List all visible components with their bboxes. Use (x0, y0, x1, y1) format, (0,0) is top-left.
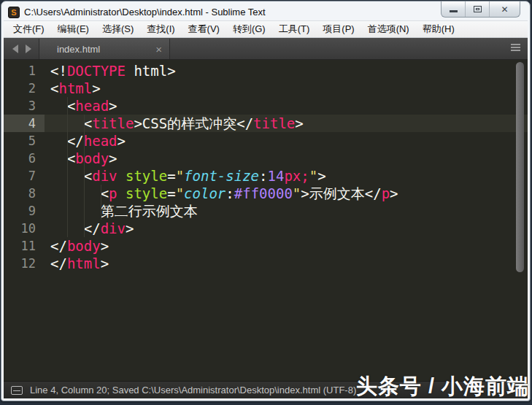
line-number: 10 (4, 220, 45, 237)
menu-item-project[interactable]: 项目(P) (316, 20, 361, 38)
code-line-8[interactable]: 8 <p style="color:#ff0000">示例文本</p> (4, 185, 528, 202)
maximize-icon (474, 6, 482, 12)
app-window: S C:\Users\Administrator\Desktop\index.h… (1, 1, 531, 401)
menu-item-preferences[interactable]: 首选项(N) (361, 20, 416, 38)
line-number: 12 (4, 255, 45, 272)
code-line-11[interactable]: 11</body> (4, 237, 528, 255)
line-number: 2 (4, 80, 45, 97)
menu-item-view[interactable]: 查看(V) (182, 20, 226, 38)
code-text: <head> (45, 97, 117, 115)
menu-item-file[interactable]: 文件(F) (7, 20, 51, 38)
close-icon: ✕ (501, 5, 508, 14)
window-title: C:\Users\Administrator\Desktop\index.htm… (24, 7, 266, 18)
menu-item-tools[interactable]: 工具(T) (272, 20, 317, 38)
code-text: <!DOCTYPE html> (45, 62, 176, 80)
code-text: </body> (45, 237, 109, 255)
code-editor[interactable]: 1<!DOCTYPE html>2<html>3 <head>4 <title>… (4, 60, 528, 381)
code-line-5[interactable]: 5 </head> (4, 132, 528, 150)
menu-item-selection[interactable]: 选择(S) (96, 20, 140, 38)
menu-item-find[interactable]: 查找(I) (140, 20, 181, 38)
code-text: </head> (45, 132, 126, 150)
code-line-2[interactable]: 2<html> (4, 80, 528, 97)
minimize-icon (450, 10, 458, 12)
code-line-6[interactable]: 6 <body> (4, 150, 528, 167)
line-number: 8 (4, 185, 45, 202)
line-number: 7 (4, 167, 45, 185)
maximize-button[interactable] (466, 1, 490, 17)
vertical-scrollbar[interactable] (516, 62, 524, 272)
code-line-12[interactable]: 12</html> (4, 255, 528, 272)
line-number: 4 (4, 115, 45, 132)
status-caret-file-info: Line 4, Column 20; Saved C:\Users\Admini… (30, 385, 356, 396)
code-line-10[interactable]: 10 </div> (4, 220, 528, 237)
code-text: <html> (45, 80, 101, 97)
menu-item-edit[interactable]: 编辑(E) (51, 20, 96, 38)
code-text: </html> (45, 255, 109, 272)
code-text: <body> (45, 150, 117, 167)
menu-bar: 文件(F) 编辑(E) 选择(S) 查找(I) 查看(V) 转到(G) 工具(T… (4, 20, 528, 38)
status-panel-icon[interactable] (11, 386, 23, 395)
tab-nav-right-icon[interactable] (26, 45, 31, 53)
code-line-4[interactable]: 4 <title>CSS的样式冲突</title> (4, 115, 528, 132)
indent-guide (67, 97, 68, 237)
line-number: 9 (4, 202, 45, 220)
watermark-text: 头条号 / 小海前端 (356, 372, 529, 401)
indent-guide (101, 185, 101, 220)
menu-item-help[interactable]: 帮助(H) (416, 20, 461, 38)
code-lines: 1<!DOCTYPE html>2<html>3 <head>4 <title>… (4, 62, 528, 272)
minimize-button[interactable] (442, 1, 466, 17)
code-text: <div style="font-size:14px;"> (45, 167, 326, 185)
tab-overflow-menu-icon[interactable] (511, 44, 520, 51)
code-text: <p style="color:#ff0000">示例文本</p> (45, 185, 398, 202)
line-number: 6 (4, 150, 45, 167)
line-number: 11 (4, 237, 45, 255)
sublime-text-icon: S (8, 7, 20, 18)
line-number: 5 (4, 132, 45, 150)
line-number: 1 (4, 62, 45, 80)
code-line-3[interactable]: 3 <head> (4, 97, 528, 115)
tab-label: index.html (57, 44, 155, 55)
code-line-1[interactable]: 1<!DOCTYPE html> (4, 62, 528, 80)
code-line-7[interactable]: 7 <div style="font-size:14px;"> (4, 167, 528, 185)
window-controls: ✕ (441, 1, 520, 18)
tab-close-icon[interactable]: × (155, 44, 162, 55)
title-bar[interactable]: S C:\Users\Administrator\Desktop\index.h… (4, 4, 528, 20)
tab-navigation (4, 38, 39, 59)
tab-nav-left-icon[interactable] (12, 45, 18, 53)
menu-item-goto[interactable]: 转到(G) (226, 20, 272, 38)
code-text: </div> (45, 220, 134, 237)
line-number: 3 (4, 97, 45, 115)
tab-index-html[interactable]: index.html × (39, 39, 170, 59)
indent-guide (84, 115, 85, 237)
close-button[interactable]: ✕ (490, 1, 520, 17)
code-line-9[interactable]: 9 第二行示例文本 (4, 202, 528, 220)
tab-bar: index.html × (4, 38, 528, 60)
